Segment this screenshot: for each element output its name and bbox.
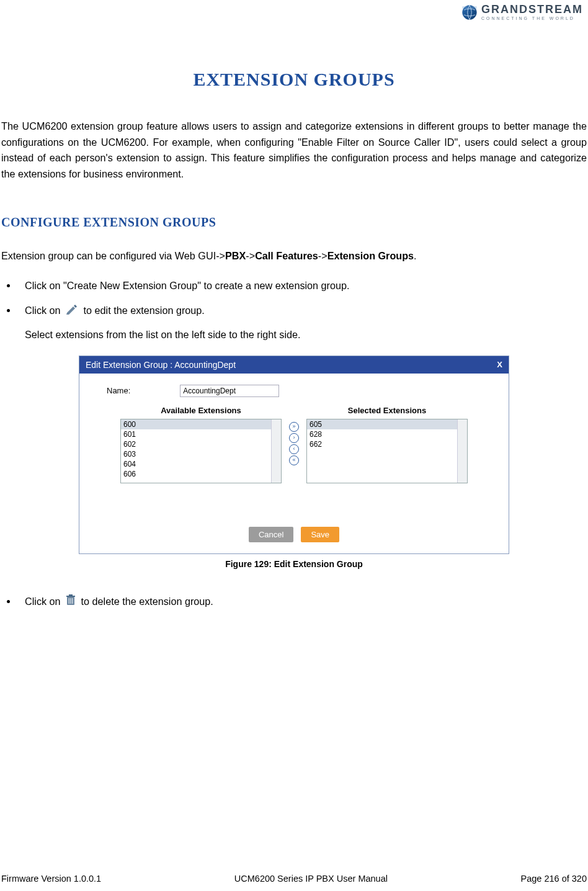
logo-globe-icon [461, 4, 478, 20]
move-all-left-button[interactable]: « [289, 455, 299, 465]
bullet-delete: Click on to delete the extension group. [17, 594, 588, 611]
nav-pre: Extension group can be configured via We… [1, 250, 225, 261]
section-heading: CONFIGURE EXTENSION GROUPS [1, 215, 588, 230]
bullet-edit-sub: Select extensions from the list on the l… [25, 327, 588, 343]
logo-tagline: CONNECTING THE WORLD [481, 16, 583, 20]
scrollbar[interactable] [457, 419, 467, 483]
available-option[interactable]: 602 [121, 439, 281, 449]
svg-rect-5 [72, 598, 73, 604]
nav-period: . [414, 250, 417, 261]
nav-item-call-features: Call Features [255, 250, 318, 261]
logo-brand-text: GRANDSTREAM [481, 4, 583, 15]
bullet-edit-post: to edit the extension group. [84, 305, 205, 316]
selected-listbox[interactable]: 605 628 662 [306, 419, 468, 483]
name-label: Name: [107, 386, 130, 395]
available-option[interactable]: 604 [121, 459, 281, 469]
svg-rect-3 [69, 598, 70, 604]
available-option[interactable]: 600 [121, 419, 281, 429]
nav-sep-2: -> [318, 250, 327, 261]
name-input[interactable] [180, 385, 279, 397]
pencil-icon [66, 303, 78, 320]
nav-path-paragraph: Extension group can be configured via We… [1, 248, 587, 264]
nav-item-ext-groups: Extension Groups [327, 250, 414, 261]
selected-option[interactable]: 662 [307, 439, 467, 449]
available-listbox[interactable]: 600 601 602 603 604 606 [120, 419, 282, 483]
available-option[interactable]: 603 [121, 449, 281, 459]
selected-option[interactable]: 605 [307, 419, 467, 429]
available-option[interactable]: 606 [121, 469, 281, 479]
edit-extension-group-dialog: Edit Extension Group : AccountingDept X … [79, 356, 509, 554]
svg-rect-1 [66, 596, 75, 597]
footer-manual: UCM6200 Series IP PBX User Manual [234, 874, 388, 884]
footer-firmware: Firmware Version 1.0.0.1 [1, 874, 101, 884]
selected-header: Selected Extensions [306, 406, 468, 415]
dialog-title-text: Edit Extension Group : AccountingDept [86, 360, 236, 370]
header-logo-area: GRANDSTREAM CONNECTING THE WORLD [0, 0, 588, 20]
nav-item-pbx: PBX [225, 250, 246, 261]
available-header: Available Extensions [120, 406, 282, 415]
dialog-titlebar: Edit Extension Group : AccountingDept X [79, 356, 509, 374]
page-title: EXTENSION GROUPS [0, 69, 588, 90]
figure-caption: Figure 129: Edit Extension Group [0, 559, 588, 569]
brand-logo: GRANDSTREAM CONNECTING THE WORLD [461, 4, 583, 20]
svg-rect-2 [69, 594, 73, 596]
bullet-create: Click on "Create New Extension Group" to… [17, 278, 588, 294]
move-left-button[interactable]: ‹ [289, 444, 299, 454]
bullet-delete-pre: Click on [25, 596, 63, 607]
scrollbar[interactable] [271, 419, 281, 483]
page-footer: Firmware Version 1.0.0.1 UCM6200 Series … [0, 874, 588, 884]
selected-option[interactable]: 628 [307, 429, 467, 439]
move-right-button[interactable]: › [289, 433, 299, 443]
cancel-button[interactable]: Cancel [249, 527, 293, 542]
svg-rect-4 [70, 598, 71, 604]
available-option[interactable]: 601 [121, 429, 281, 439]
trash-icon [66, 594, 76, 611]
bullet-edit-pre: Click on [25, 305, 63, 316]
intro-paragraph: The UCM6200 extension group feature allo… [1, 119, 587, 182]
footer-page: Page 216 of 320 [521, 874, 587, 884]
dialog-close-button[interactable]: X [497, 360, 502, 369]
bullet-delete-post: to delete the extension group. [81, 596, 213, 607]
save-button[interactable]: Save [301, 527, 339, 542]
bullet-edit: Click on to edit the extension group. Se… [17, 303, 588, 343]
nav-sep-1: -> [246, 250, 255, 261]
move-all-right-button[interactable]: » [289, 422, 299, 432]
